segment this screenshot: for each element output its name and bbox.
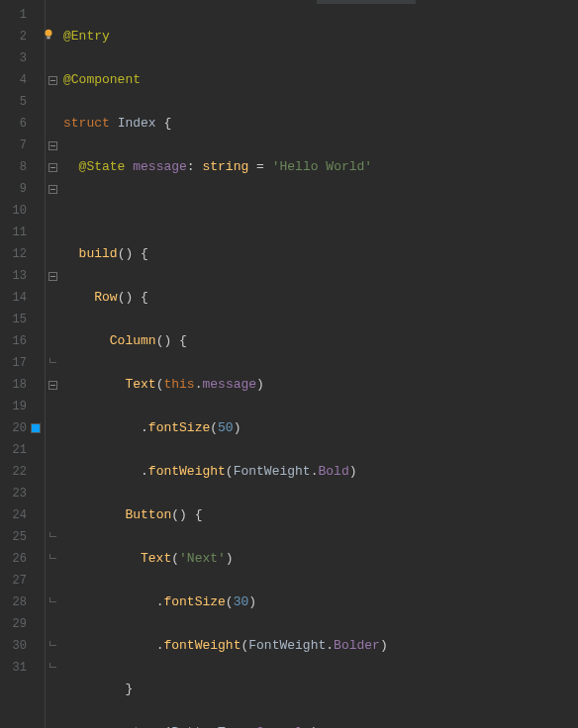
line-number: 2 xyxy=(20,26,27,47)
code-line[interactable]: @Entry xyxy=(63,26,578,47)
fold-toggle-icon[interactable] xyxy=(48,141,57,150)
line-number: 26 xyxy=(13,548,27,570)
code-line[interactable]: Button() { xyxy=(63,504,578,526)
fold-end-icon xyxy=(49,597,56,602)
line-number: 31 xyxy=(13,657,27,679)
code-line[interactable]: } xyxy=(63,679,578,700)
line-number: 28 xyxy=(13,592,27,613)
line-number: 29 xyxy=(13,613,27,635)
code-line[interactable]: @State message: string = 'Hello World' xyxy=(63,156,578,178)
svg-point-0 xyxy=(46,30,52,37)
code-line[interactable]: @Component xyxy=(63,69,578,91)
code-area[interactable]: @Entry @Component struct Index { @State … xyxy=(59,0,578,728)
code-line[interactable]: Row() { xyxy=(63,287,578,309)
fold-toggle-icon[interactable] xyxy=(48,163,57,172)
line-number: 8 xyxy=(20,156,27,178)
fold-toggle-icon[interactable] xyxy=(48,185,57,194)
code-line[interactable] xyxy=(63,200,578,222)
code-line[interactable]: struct Index { xyxy=(63,113,578,135)
line-number: 20 xyxy=(13,417,27,439)
line-number: 19 xyxy=(13,396,27,417)
fold-toggle-icon[interactable] xyxy=(48,381,57,390)
fold-end-icon xyxy=(49,641,56,646)
code-line[interactable]: Text(this.message) xyxy=(63,374,578,396)
fold-end-icon xyxy=(49,532,56,537)
svg-rect-1 xyxy=(47,37,50,40)
line-number: 10 xyxy=(13,200,27,222)
fold-end-icon xyxy=(49,358,56,363)
fold-toggle-icon[interactable] xyxy=(48,272,57,281)
color-swatch-icon[interactable] xyxy=(31,423,41,433)
line-number: 25 xyxy=(13,526,27,548)
gutter: 1 2 3 4 5 6 7 8 9 10 11 12 13 14 15 16 1… xyxy=(0,0,46,728)
line-number: 12 xyxy=(13,243,27,265)
code-line[interactable]: Column() { xyxy=(63,330,578,352)
code-line[interactable]: .fontWeight(FontWeight.Bold) xyxy=(63,461,578,483)
line-number: 22 xyxy=(13,461,27,483)
tab-highlight xyxy=(317,0,416,4)
line-number: 14 xyxy=(13,287,27,309)
line-number: 5 xyxy=(20,91,27,113)
lightbulb-icon[interactable] xyxy=(42,28,55,42)
code-editor[interactable]: 1 2 3 4 5 6 7 8 9 10 11 12 13 14 15 16 1… xyxy=(0,0,578,728)
code-line[interactable]: .fontWeight(FontWeight.Bolder) xyxy=(63,635,578,657)
line-number: 21 xyxy=(13,439,27,461)
fold-column xyxy=(46,0,59,728)
line-number: 6 xyxy=(20,113,27,135)
line-number: 24 xyxy=(13,504,27,526)
line-number: 17 xyxy=(13,352,27,374)
line-number: 15 xyxy=(13,309,27,330)
fold-end-icon xyxy=(49,663,56,668)
line-number: 27 xyxy=(13,570,27,592)
fold-toggle-icon[interactable] xyxy=(48,76,57,85)
line-number: 11 xyxy=(13,222,27,243)
line-number: 1 xyxy=(20,4,27,26)
code-line[interactable]: Text('Next') xyxy=(63,548,578,570)
line-number: 9 xyxy=(20,178,27,200)
code-line[interactable]: .fontSize(50) xyxy=(63,417,578,439)
line-number: 23 xyxy=(13,483,27,504)
line-number: 18 xyxy=(13,374,27,396)
line-number: 13 xyxy=(13,265,27,287)
code-line[interactable]: .type(ButtonType.Capsule) xyxy=(63,722,578,728)
line-number: 7 xyxy=(20,135,27,156)
fold-end-icon xyxy=(49,554,56,559)
line-number: 3 xyxy=(20,47,27,69)
line-number: 16 xyxy=(13,330,27,352)
code-line[interactable]: build() { xyxy=(63,243,578,265)
code-line[interactable]: .fontSize(30) xyxy=(63,592,578,613)
line-number: 30 xyxy=(13,635,27,657)
line-number: 4 xyxy=(20,69,27,91)
